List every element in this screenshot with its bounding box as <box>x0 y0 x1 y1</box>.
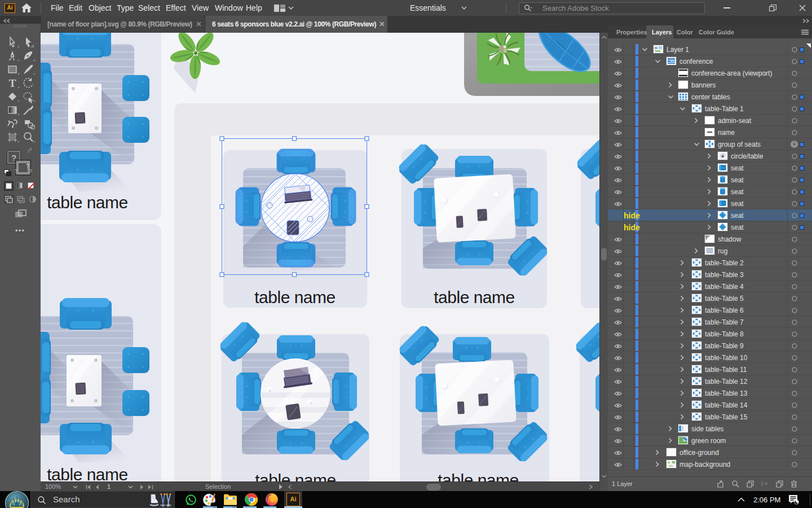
svg-text:table name: table name <box>254 288 335 306</box>
svg-text:table name: table name <box>47 465 127 481</box>
svg-text:table name: table name <box>255 471 336 481</box>
svg-text:T: T <box>9 77 16 89</box>
svg-text:table name: table name <box>47 193 127 212</box>
svg-text:table name: table name <box>434 288 514 306</box>
svg-text:table name: table name <box>438 471 518 481</box>
